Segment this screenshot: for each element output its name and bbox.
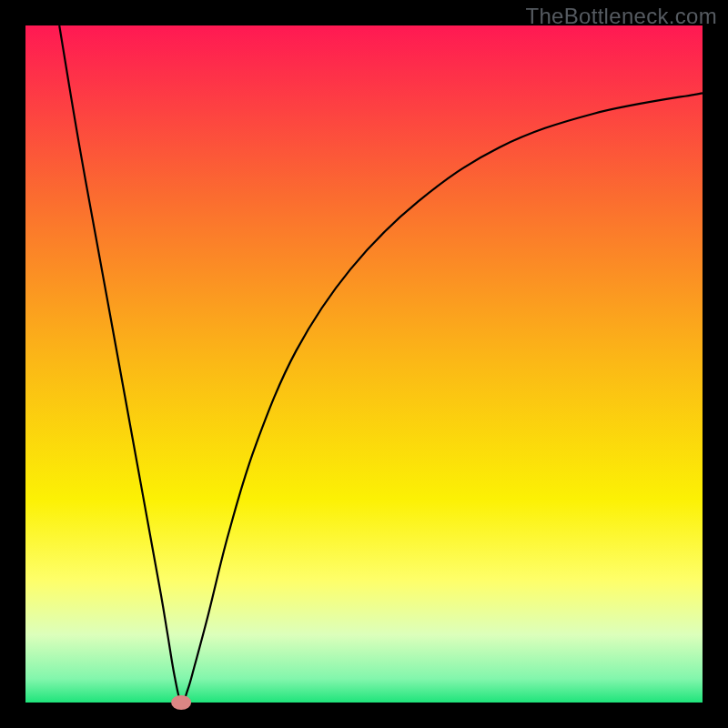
chart-container: TheBottleneck.com bbox=[0, 0, 728, 728]
plot-background bbox=[25, 25, 703, 703]
watermark-text: TheBottleneck.com bbox=[525, 4, 717, 29]
chart-svg bbox=[0, 0, 728, 728]
current-point-marker bbox=[171, 695, 191, 710]
svg-point-0 bbox=[171, 695, 191, 710]
